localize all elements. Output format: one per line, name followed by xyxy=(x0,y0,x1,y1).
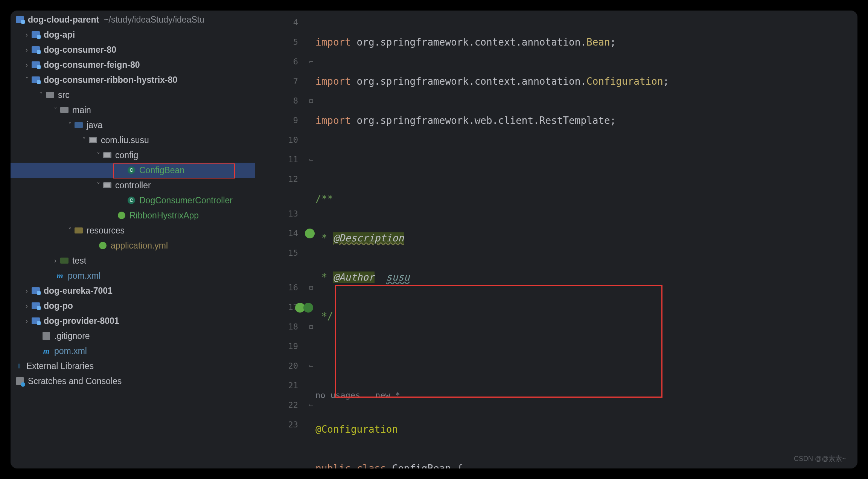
chevron-right-icon[interactable]: › xyxy=(23,27,31,42)
tree-item-label: application.yml xyxy=(111,238,168,253)
ide-window: dog-cloud-parent ~/study/ideaStudy/ideaS… xyxy=(11,11,857,468)
tree-item-label: dog-eureka-7001 xyxy=(44,283,113,298)
chevron-right-icon[interactable]: › xyxy=(23,283,31,298)
module-icon xyxy=(32,46,40,53)
code-editor[interactable]: 4 5 6⌐ 7 8⊟ 9 10 11⌙ 12 13 14 15 16⊟ 17 … xyxy=(255,11,857,468)
project-root-path: ~/study/ideaStudy/ideaStu xyxy=(104,12,204,27)
module-icon xyxy=(32,61,40,68)
chevron-down-icon[interactable]: ˅ xyxy=(23,72,31,87)
watermark: CSDN @@素素~ xyxy=(794,454,846,463)
tree-item-label: ConfigBean xyxy=(139,163,184,178)
tree-item-label: resources xyxy=(87,223,125,238)
annotation-highlight-box xyxy=(335,285,662,398)
tree-item-label: pom.xml xyxy=(54,343,87,358)
chevron-down-icon[interactable]: ˅ xyxy=(51,102,59,117)
tree-item--gitignore[interactable]: .gitignore xyxy=(11,328,255,343)
tree-item-main[interactable]: ˅main xyxy=(11,102,255,117)
tree-item-com-liu-susu[interactable]: ˅com.liu.susu xyxy=(11,133,255,148)
tree-item-configbean[interactable]: ConfigBean xyxy=(11,163,255,178)
pkg-icon xyxy=(103,152,111,158)
pkg-icon xyxy=(103,182,111,188)
chevron-down-icon[interactable]: ˅ xyxy=(80,133,88,148)
chevron-down-icon[interactable]: ˅ xyxy=(94,178,102,193)
chevron-down-icon[interactable]: ˅ xyxy=(94,148,102,163)
chevron-down-icon[interactable]: ˅ xyxy=(65,223,74,238)
tree-item-label: dog-po xyxy=(44,298,73,313)
maven-icon: m xyxy=(42,343,50,358)
tree-item-test[interactable]: ›test xyxy=(11,253,255,268)
chevron-down-icon[interactable]: ˅ xyxy=(37,87,45,102)
yml-icon xyxy=(99,242,107,249)
tree-item-pom-xml[interactable]: mpom.xml xyxy=(11,343,255,358)
tree-item-application-yml[interactable]: application.yml xyxy=(11,238,255,253)
tree-item-label: com.liu.susu xyxy=(101,133,149,148)
project-tree[interactable]: dog-cloud-parent ~/study/ideaStudy/ideaS… xyxy=(11,11,255,468)
folder-blue-icon xyxy=(75,122,83,128)
tree-item-label: test xyxy=(72,253,86,268)
tree-item-java[interactable]: ˅java xyxy=(11,117,255,133)
tree-item-controller[interactable]: ˅controller xyxy=(11,178,255,193)
tree-item-label: pom.xml xyxy=(68,268,101,283)
libraries-icon: ⫴ xyxy=(15,361,23,371)
tree-item-config[interactable]: ˅config xyxy=(11,148,255,163)
tree-item-label: controller xyxy=(115,178,151,193)
external-libraries[interactable]: ⫴ External Libraries xyxy=(11,358,255,374)
tree-item-pom-xml[interactable]: mpom.xml xyxy=(11,268,255,283)
chevron-right-icon[interactable]: › xyxy=(23,42,31,57)
chevron-right-icon[interactable]: › xyxy=(23,298,31,313)
gutter: 4 5 6⌐ 7 8⊟ 9 10 11⌙ 12 13 14 15 16⊟ 17 … xyxy=(255,11,315,468)
tree-item-dog-consumer-80[interactable]: ›dog-consumer-80 xyxy=(11,42,255,57)
tree-item-label: DogConsumerController xyxy=(139,193,233,208)
tree-item-dog-consumer-feign-80[interactable]: ›dog-consumer-feign-80 xyxy=(11,57,255,72)
fold-open-icon[interactable]: ⊟ xyxy=(309,91,313,111)
chevron-right-icon[interactable]: › xyxy=(23,313,31,328)
tree-item-dog-eureka-7001[interactable]: ›dog-eureka-7001 xyxy=(11,283,255,298)
tree-item-dogconsumercontroller[interactable]: DogConsumerController xyxy=(11,193,255,208)
tree-item-label: java xyxy=(87,117,102,133)
chevron-right-icon[interactable]: › xyxy=(23,57,31,72)
project-root-name: dog-cloud-parent xyxy=(28,12,99,27)
tree-item-label: dog-consumer-feign-80 xyxy=(44,57,140,72)
fold-close-icon[interactable]: ⌙ xyxy=(309,150,313,169)
tree-item-label: RibbonHystrixApp xyxy=(129,208,199,223)
chevron-down-icon[interactable]: ˅ xyxy=(65,117,74,133)
tree-item-label: dog-consumer-80 xyxy=(44,42,116,57)
folder-icon xyxy=(46,92,54,98)
tree-item-label: main xyxy=(72,102,91,117)
module-icon xyxy=(32,287,40,294)
project-root[interactable]: dog-cloud-parent ~/study/ideaStudy/ideaS… xyxy=(11,12,255,27)
spring-main-icon xyxy=(118,212,125,219)
tree-item-resources[interactable]: ˅resources xyxy=(11,223,255,238)
tree-item-label: config xyxy=(115,148,138,163)
resources-icon xyxy=(75,227,83,233)
git-icon xyxy=(43,332,50,340)
tree-item-dog-po[interactable]: ›dog-po xyxy=(11,298,255,313)
class-icon xyxy=(128,197,135,204)
folder-icon xyxy=(60,107,69,113)
tree-item-label: dog-api xyxy=(44,27,75,42)
spring-profiles-gutter-icon[interactable] xyxy=(295,302,318,313)
tree-item-label: dog-consumer-ribbon-hystrix-80 xyxy=(44,72,177,87)
tree-item-src[interactable]: ˅src xyxy=(11,87,255,102)
folder-g-icon xyxy=(60,258,69,264)
fold-icon[interactable]: ⌐ xyxy=(309,52,313,72)
module-icon xyxy=(32,317,40,324)
spring-bean-gutter-icon[interactable] xyxy=(305,229,315,238)
module-icon xyxy=(32,76,40,83)
pkg-icon xyxy=(89,137,97,143)
module-icon xyxy=(32,31,40,38)
code-area[interactable]: import org.springframework.context.annot… xyxy=(315,11,857,468)
class-icon xyxy=(128,166,135,174)
inlay-hint: no usages new * xyxy=(315,391,400,400)
tree-item-dog-consumer-ribbon-hystrix-80[interactable]: ˅dog-consumer-ribbon-hystrix-80 xyxy=(11,72,255,87)
tree-item-label: .gitignore xyxy=(54,328,90,343)
scratches-icon xyxy=(16,377,24,385)
tree-item-ribbonhystrixapp[interactable]: RibbonHystrixApp xyxy=(11,208,255,223)
tree-item-label: src xyxy=(58,87,70,102)
module-icon xyxy=(32,302,40,309)
chevron-right-icon[interactable]: › xyxy=(51,253,59,268)
tree-item-dog-provider-8001[interactable]: ›dog-provider-8001 xyxy=(11,313,255,328)
tree-item-dog-api[interactable]: ›dog-api xyxy=(11,27,255,42)
tree-item-label: dog-provider-8001 xyxy=(44,313,119,328)
scratches-and-consoles[interactable]: Scratches and Consoles xyxy=(11,374,255,389)
